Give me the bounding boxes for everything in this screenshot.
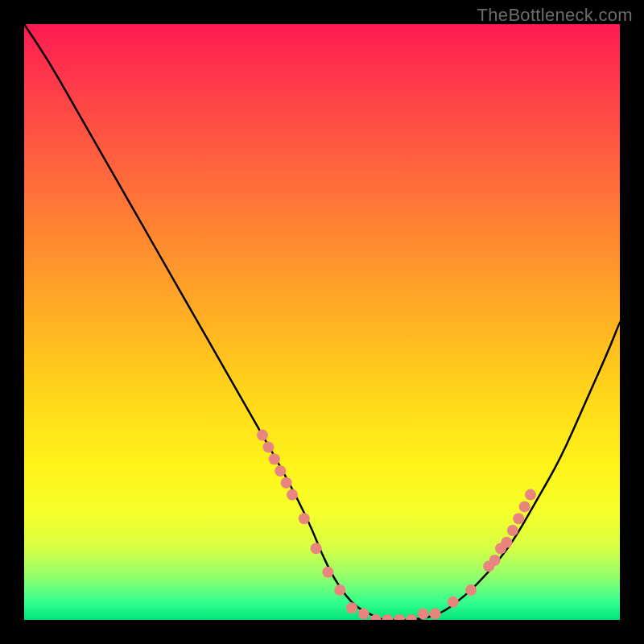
highlight-dot [382,614,393,620]
highlight-dot [322,567,333,578]
bottleneck-curve [24,24,620,620]
highlight-dot [513,513,524,524]
plot-area [24,24,620,620]
highlight-dot [281,477,292,489]
highlight-dot [465,584,477,596]
highlight-dot [507,525,518,536]
highlight-dot [311,543,322,554]
highlight-dot [334,584,345,596]
highlight-dot [418,609,429,620]
curve-svg [24,24,620,620]
highlight-dot [275,465,286,477]
highlight-dot [489,555,501,566]
highlight-dot [358,609,369,620]
highlight-dot [287,489,298,501]
highlight-dots [257,430,536,620]
highlight-dot [519,501,530,512]
highlight-dot [269,453,280,464]
highlight-dot [299,513,310,524]
highlight-dot [394,614,405,620]
highlight-dot [406,614,417,620]
highlight-dot [346,602,357,613]
highlight-dot [448,597,459,608]
highlight-dot [262,441,274,452]
highlight-dot [430,609,441,620]
highlight-dot [257,430,268,441]
highlight-dot [501,537,512,548]
chart-frame: TheBottleneck.com [0,0,644,644]
highlight-dot [525,489,536,501]
watermark-text: TheBottleneck.com [477,5,633,26]
